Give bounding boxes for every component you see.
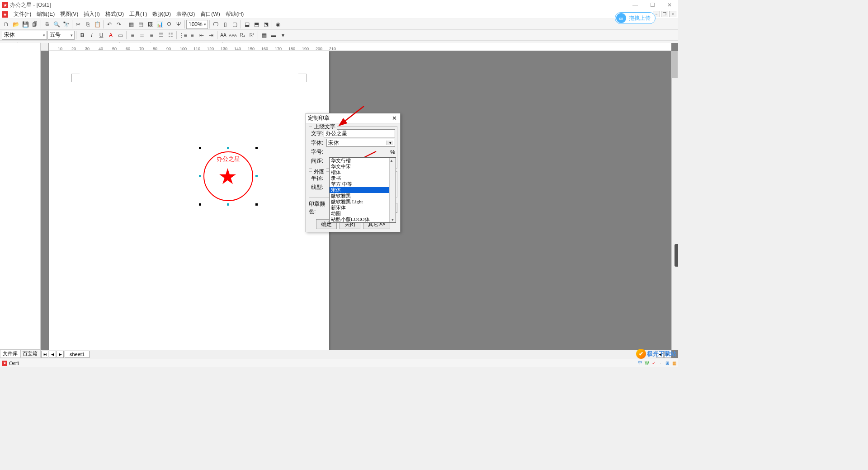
ungroup-icon[interactable]: ⬒ — [252, 20, 261, 29]
menu-file[interactable]: 文件(F) — [11, 10, 34, 18]
font-option[interactable]: 华文中宋 — [330, 164, 396, 169]
watermark: ✔ 极光下载站 — [636, 349, 676, 359]
sheet-first[interactable]: ⏮ — [41, 351, 48, 358]
col2-icon[interactable]: ▢ — [230, 20, 239, 29]
find-icon[interactable]: 🔭 — [61, 20, 71, 29]
font-option[interactable]: 华文行楷 — [330, 158, 396, 164]
col1-icon[interactable]: ▯ — [221, 20, 230, 29]
layout-icon[interactable]: ▤ — [136, 20, 145, 29]
menu-table[interactable]: 表格(G) — [174, 10, 198, 18]
menu-format[interactable]: 格式(O) — [103, 10, 127, 18]
sheet-tab[interactable]: sheet1 — [65, 351, 90, 358]
border-icon[interactable]: ▦ — [259, 31, 269, 40]
save-icon[interactable]: 💾 — [21, 20, 30, 29]
ruler-corner — [41, 43, 49, 51]
sheet-next[interactable]: ▶ — [57, 351, 64, 358]
vertical-scrollbar[interactable] — [671, 51, 678, 350]
child-restore[interactable]: ❐ — [661, 11, 668, 17]
stamp-icon[interactable]: ◉ — [274, 20, 283, 29]
side-grip[interactable] — [675, 244, 678, 267]
menu-view[interactable]: 视图(V) — [57, 10, 81, 18]
align-right-icon[interactable]: ≡ — [147, 31, 156, 40]
image-icon[interactable]: 🖼 — [146, 20, 155, 29]
align-dist-icon[interactable]: ☷ — [166, 31, 175, 40]
group-icon[interactable]: ⬓ — [242, 20, 251, 29]
paste-icon[interactable]: 📋 — [93, 20, 102, 29]
font-option[interactable]: 楷体 — [330, 169, 396, 175]
cut-icon[interactable]: ✂ — [74, 20, 83, 29]
dialog-close-icon[interactable]: ✕ — [390, 114, 398, 122]
font-option[interactable]: 幼圆 — [330, 211, 396, 216]
italic-icon[interactable]: I — [87, 31, 96, 40]
align-left-icon[interactable]: ≡ — [128, 31, 137, 40]
left-tab-files[interactable]: 文件库 — [0, 349, 20, 358]
font-option[interactable]: 站酷小薇LOGO体 — [330, 216, 396, 222]
statusbar: Ost1 中W✓·⊞▦ — [0, 359, 678, 367]
symbol-icon[interactable]: Ω — [165, 20, 174, 29]
menu-data[interactable]: 数据(D) — [150, 10, 174, 18]
saveas-icon[interactable]: 🗐 — [30, 20, 39, 29]
minimize-button[interactable]: — — [627, 0, 644, 10]
menu-edit[interactable]: 编辑(E) — [34, 10, 57, 18]
upper-text-group: 上绕文字 文字: 字体: 宋体 字号: % 间距: 华文行楷华文中宋楷体隶书苹方… — [309, 126, 397, 169]
copy-icon[interactable]: ⎘ — [83, 20, 92, 29]
close-button[interactable]: ✕ — [661, 0, 678, 10]
chart-icon[interactable]: 📊 — [155, 20, 164, 29]
screen-icon[interactable]: 🖵 — [211, 20, 220, 29]
sup-apa-icon[interactable]: APA — [228, 31, 237, 40]
menu-window[interactable]: 窗口(W) — [198, 10, 222, 18]
dropdown-scrollbar[interactable]: ▲ ▼ — [389, 158, 396, 222]
menubar: 文件(F) 编辑(E) 视图(V) 插入(I) 格式(O) 工具(T) 数据(D… — [0, 10, 678, 19]
status-doc-name: Ost1 — [9, 361, 19, 366]
font-option[interactable]: 微软雅黑 Light — [330, 199, 396, 205]
dialog-titlebar[interactable]: 定制印章 ✕ — [306, 113, 400, 123]
font-option[interactable]: 微软雅黑 — [330, 193, 396, 199]
align-center-icon[interactable]: ≣ — [137, 31, 146, 40]
maximize-button[interactable]: ☐ — [644, 0, 661, 10]
menu-help[interactable]: 帮助(H) — [223, 10, 247, 18]
child-close[interactable]: × — [669, 11, 676, 17]
redo-icon[interactable]: ↷ — [114, 20, 123, 29]
underline-icon[interactable]: U — [97, 31, 106, 40]
document-page[interactable] — [49, 51, 329, 354]
list-bullet-icon[interactable]: ⋮≡ — [178, 31, 187, 40]
sup-aa-icon[interactable]: AA — [219, 31, 228, 40]
font-option[interactable]: 苹方 中等 — [330, 181, 396, 187]
menu-tools[interactable]: 工具(T) — [127, 10, 150, 18]
fontcolor-icon[interactable]: A — [106, 31, 115, 40]
font-size-combo[interactable]: 五号 — [47, 31, 75, 40]
indent-inc-icon[interactable]: ⇥ — [207, 31, 216, 40]
print-icon[interactable]: 🖶 — [42, 20, 52, 29]
upload-badge[interactable]: ∞ 拖拽上传 — [615, 12, 656, 24]
align-justify-icon[interactable]: ☰ — [156, 31, 165, 40]
zoom-combo[interactable]: 100% — [186, 20, 208, 29]
sheet-prev[interactable]: ◀ — [49, 351, 56, 358]
font-name-combo[interactable]: 宋体 — [2, 31, 47, 40]
preview-icon[interactable]: 🔍 — [52, 20, 61, 29]
menu-insert[interactable]: 插入(I) — [81, 10, 102, 18]
r2-icon[interactable]: R₂ — [238, 31, 247, 40]
font-option[interactable]: 隶书 — [330, 175, 396, 181]
open-icon[interactable]: 📂 — [11, 20, 20, 29]
window-title: 办公之星 - [Ost1] — [10, 1, 51, 9]
highlight-icon[interactable]: ▭ — [116, 31, 125, 40]
r2sup-icon[interactable]: R² — [247, 31, 256, 40]
left-tab-treasure[interactable]: 百宝箱 — [20, 349, 41, 358]
color-label: 印章颜色: — [309, 200, 331, 216]
send-back-icon[interactable]: ⬔ — [261, 20, 270, 29]
undo-icon[interactable]: ↶ — [105, 20, 114, 29]
psi-icon[interactable]: Ψ — [174, 20, 183, 29]
font-option[interactable]: 新宋体 — [330, 205, 396, 211]
font-option[interactable]: 宋体 — [330, 187, 396, 193]
grid-icon[interactable]: ▦ — [127, 20, 136, 29]
new-icon[interactable]: 🗋 — [2, 20, 11, 29]
more-icon[interactable]: ▾ — [278, 31, 288, 40]
fill-icon[interactable]: ▬ — [269, 31, 278, 40]
font-dropdown-list[interactable]: 华文行楷华文中宋楷体隶书苹方 中等宋体微软雅黑微软雅黑 Light新宋体幼圆站酷… — [329, 157, 396, 223]
stamp-text: 办公之星 — [199, 155, 258, 163]
font-combo[interactable]: 宋体 — [326, 139, 395, 147]
bold-icon[interactable]: B — [78, 31, 87, 40]
indent-dec-icon[interactable]: ⇤ — [197, 31, 206, 40]
list-num-icon[interactable]: ≡ — [188, 31, 197, 40]
app-icon — [2, 2, 8, 8]
